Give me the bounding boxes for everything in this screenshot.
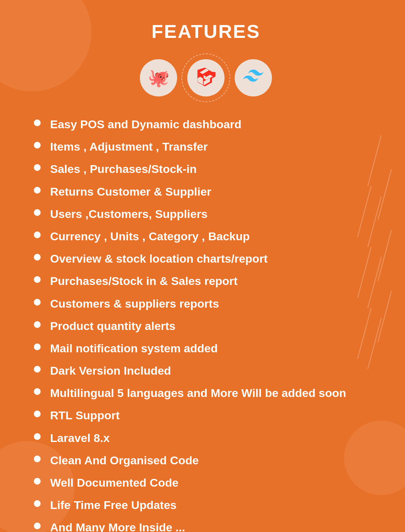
list-item: Laravel 8.x <box>34 430 378 445</box>
bullet-point <box>34 343 41 350</box>
bullet-point <box>34 299 41 306</box>
bullet-point <box>34 500 41 507</box>
bullet-point <box>34 523 41 529</box>
bullet-point <box>34 164 41 171</box>
feature-text: Product quantity alerts <box>50 318 175 333</box>
feature-text: And Many More Inside ... <box>50 520 185 532</box>
feature-text: Easy POS and Dynamic dashboard <box>50 117 241 132</box>
list-item: Customers & suppliers reports <box>34 296 378 311</box>
list-item: Dark Version Included <box>34 363 378 378</box>
list-item: Multilingual 5 languages and More Will b… <box>34 385 378 400</box>
list-item: Easy POS and Dynamic dashboard <box>34 117 378 132</box>
feature-text: Dark Version Included <box>50 363 171 378</box>
list-item: Overview & stock location charts/report <box>34 251 378 266</box>
bullet-point <box>34 142 41 149</box>
tailwind-icon <box>243 66 263 90</box>
bullet-point <box>34 209 41 216</box>
laravel-icon <box>196 68 216 88</box>
list-item: Items , Adjustment , Transfer <box>34 139 378 154</box>
list-item: Mail notification system added <box>34 341 378 356</box>
bullet-point <box>34 366 41 373</box>
laravel-icon-circle <box>187 59 225 96</box>
page-title: FEATURES <box>34 20 378 42</box>
bullet-point <box>34 433 41 440</box>
bullet-point <box>34 321 41 328</box>
bullet-point <box>34 231 41 238</box>
bullet-point <box>34 411 41 417</box>
feature-text: Sales , Purchases/Stock-in <box>50 161 197 176</box>
bullet-point <box>34 456 41 462</box>
feature-text: Well Documented Code <box>50 475 178 490</box>
feature-text: Returns Customer & Supplier <box>50 184 211 199</box>
feature-text: RTL Support <box>50 408 120 423</box>
list-item: RTL Support <box>34 408 378 423</box>
tailwind-icon-circle <box>235 59 272 96</box>
feature-text: Items , Adjustment , Transfer <box>50 139 208 154</box>
bullet-point <box>34 276 41 283</box>
bullet-point <box>34 388 41 395</box>
icons-row: 🐙 <box>34 59 378 96</box>
features-list: Easy POS and Dynamic dashboardItems , Ad… <box>34 117 378 532</box>
feature-text: Currency , Units , Category , Backup <box>50 229 250 244</box>
feature-text: Users ,Customers, Suppliers <box>50 206 208 221</box>
list-item: And Many More Inside ... <box>34 520 378 532</box>
list-item: Sales , Purchases/Stock-in <box>34 161 378 176</box>
feature-text: Purchases/Stock in & Sales report <box>50 273 238 288</box>
feature-text: Customers & suppliers reports <box>50 296 219 311</box>
list-item: Clean And Organised Code <box>34 453 378 468</box>
list-item: Users ,Customers, Suppliers <box>34 206 378 221</box>
octopus-icon: 🐙 <box>148 68 170 88</box>
bullet-point <box>34 187 41 194</box>
feature-text: Mail notification system added <box>50 341 218 356</box>
bullet-point <box>34 478 41 485</box>
feature-text: Life Time Free Updates <box>50 497 177 512</box>
bullet-point <box>34 119 41 126</box>
list-item: Well Documented Code <box>34 475 378 490</box>
feature-text: Overview & stock location charts/report <box>50 251 268 266</box>
octopus-icon-circle: 🐙 <box>140 59 177 96</box>
list-item: Product quantity alerts <box>34 318 378 333</box>
list-item: Returns Customer & Supplier <box>34 184 378 199</box>
list-item: Purchases/Stock in & Sales report <box>34 273 378 288</box>
feature-text: Multilingual 5 languages and More Will b… <box>50 385 346 400</box>
bullet-point <box>34 254 41 261</box>
list-item: Life Time Free Updates <box>34 497 378 512</box>
feature-text: Laravel 8.x <box>50 430 110 445</box>
list-item: Currency , Units , Category , Backup <box>34 229 378 244</box>
feature-text: Clean And Organised Code <box>50 453 199 468</box>
